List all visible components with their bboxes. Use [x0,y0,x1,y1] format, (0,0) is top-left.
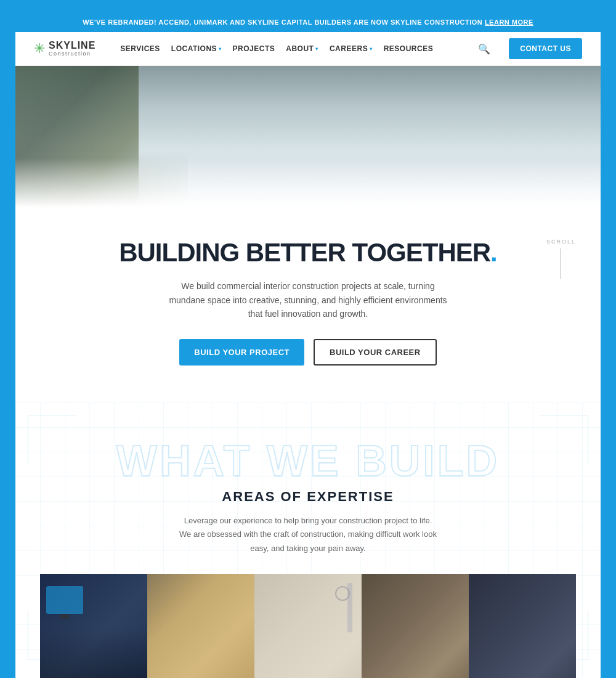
card-structures[interactable]: STRUCTURES [469,574,576,678]
page-wrapper: WE'VE REBRANDED! ACCEND, UNIMARK AND SKY… [15,12,601,678]
hero-fade [15,158,601,208]
build-career-button[interactable]: BUILD YOUR CAREER [314,339,437,366]
contact-button[interactable]: CONTACT US [509,38,582,59]
nav-link-locations[interactable]: LOCATIONS ▾ [171,44,222,53]
chevron-down-icon: ▾ [370,46,373,52]
card-healthcare[interactable]: HEALTHCARE [254,574,362,678]
nav-links: SERVICES LOCATIONS ▾ PROJECTS ABOUT ▾ CA… [120,44,460,53]
nav-item-careers[interactable]: CAREERS ▾ [330,44,373,53]
hero-title-dot: . [490,238,497,267]
nav-item-services[interactable]: SERVICES [120,44,160,53]
logo-skyline: SKYLINE [49,40,95,51]
section-bg-title: WHAT WE BUILD [40,439,576,483]
build-project-button[interactable]: BUILD YOUR PROJECT [179,339,304,366]
navbar: ✳ SKYLINE Construction SERVICES LOCATION… [15,32,601,66]
nav-link-about[interactable]: ABOUT ▾ [286,44,318,53]
logo-icon: ✳ [34,42,45,55]
hero-title: BUILDING BETTER TOGETHER. [40,239,576,267]
hero-buttons: BUILD YOUR PROJECT BUILD YOUR CAREER [40,339,576,366]
scroll-line [561,248,561,279]
announcement-bar: WE'VE REBRANDED! ACCEND, UNIMARK AND SKY… [15,12,601,32]
card-hospitality[interactable]: HOSPITALITY [362,574,469,678]
nav-link-careers[interactable]: CAREERS ▾ [330,44,373,53]
logo-construction: Construction [49,51,95,57]
nav-item-locations[interactable]: LOCATIONS ▾ [171,44,222,53]
logo[interactable]: ✳ SKYLINE Construction [34,40,95,57]
nav-link-projects[interactable]: PROJECTS [233,44,275,53]
section-spacer [15,390,601,402]
chevron-down-icon: ▾ [315,46,318,52]
section-title: AREAS OF EXPERTISE [40,489,576,505]
hero-subtitle: We build commercial interior constructio… [166,279,450,321]
hero-image [15,66,601,208]
chevron-down-icon: ▾ [219,46,222,52]
nav-item-projects[interactable]: PROJECTS [233,44,275,53]
scroll-indicator: SCROLL [546,239,576,279]
logo-text: SKYLINE Construction [49,40,95,57]
card-life-science[interactable]: LIFE SCIENCE [147,574,254,678]
hero-title-text: BUILDING BETTER TOGETHER [119,238,490,267]
section-desc: Leverage our experience to help bring yo… [179,514,437,555]
what-we-build-section: WHAT WE BUILD AREAS OF EXPERTISE Leverag… [15,402,601,678]
nav-link-services[interactable]: SERVICES [120,44,160,53]
nav-item-about[interactable]: ABOUT ▾ [286,44,318,53]
hero-content: SCROLL BUILDING BETTER TOGETHER. We buil… [15,208,601,390]
cards-strip: OFFICE LIFE SCIENCE HEALTHCARE HOSPITALI… [40,574,576,678]
scroll-label: SCROLL [546,239,576,245]
healthcare-equipment [347,583,352,632]
office-screen [46,586,83,614]
announcement-text: WE'VE REBRANDED! ACCEND, UNIMARK AND SKY… [83,18,482,26]
search-icon[interactable]: 🔍 [478,43,490,55]
card-office[interactable]: OFFICE [40,574,147,678]
nav-link-resources[interactable]: RESOURCES [384,44,434,53]
nav-item-resources[interactable]: RESOURCES [384,44,434,53]
announcement-link[interactable]: LEARN MORE [485,18,533,26]
